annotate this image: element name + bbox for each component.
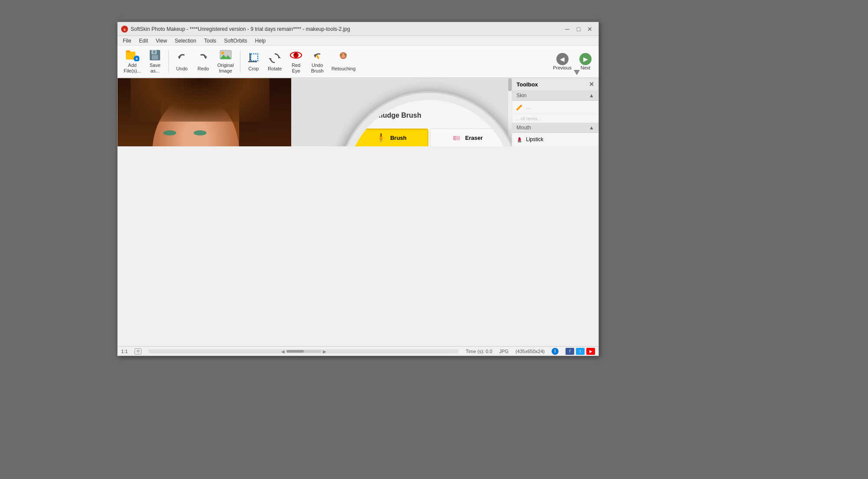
original-image-label: OriginalImage (217, 63, 234, 74)
skin-tool-1[interactable]: ... (512, 101, 598, 114)
twitter-button[interactable]: t (576, 348, 585, 355)
skin-section-header[interactable]: Skin ▲ (512, 91, 598, 101)
file-dimensions: (435x650x24) (516, 349, 545, 354)
rotate-label: Rotate (268, 66, 282, 72)
crop-icon (247, 51, 260, 65)
svg-marker-45 (518, 137, 521, 139)
eye-right (194, 130, 207, 135)
title-bar-controls: ─ □ ✕ (562, 25, 595, 33)
next-arrow-icon: ▶ (579, 53, 592, 65)
close-button[interactable]: ✕ (585, 25, 595, 33)
svg-point-28 (344, 54, 347, 56)
pencil-label-partial: ...cil remo... (512, 114, 598, 123)
title-bar-left: S SoftSkin Photo Makeup - ****Unregister… (121, 26, 350, 33)
red-eye-button[interactable]: RedEye (286, 47, 306, 76)
svg-text:S: S (123, 28, 126, 32)
nav-area: ◀ Previous ▶ Next (549, 46, 598, 78)
svg-rect-46 (518, 141, 521, 142)
add-files-icon: + (125, 49, 139, 62)
lipstick-label: Lipstick (526, 136, 543, 142)
menu-softorbits[interactable]: SoftOrbits (220, 37, 250, 45)
progress-controls: ◀ ▶ (281, 349, 326, 354)
mouth-collapse-icon: ▲ (589, 125, 594, 131)
rotate-button[interactable]: Rotate (265, 47, 285, 76)
add-files-button[interactable]: + AddFile(s)... (121, 47, 144, 76)
time-value: 0.0 (486, 349, 492, 354)
progress-left-btn[interactable]: ◀ (281, 349, 285, 354)
title-bar: S SoftSkin Photo Makeup - ****Unregister… (118, 22, 598, 36)
menu-file[interactable]: File (119, 37, 135, 45)
menu-bar: File Edit View Selection Tools SoftOrbit… (118, 36, 598, 46)
brush-button[interactable]: Brush (355, 129, 428, 146)
info-button[interactable]: i (552, 348, 559, 355)
time-label: Time (s): 0.0 (466, 349, 492, 354)
previous-label: Previous (553, 65, 572, 71)
eraser-label: Eraser (465, 135, 483, 141)
menu-selection[interactable]: Selection (171, 37, 200, 45)
svg-rect-24 (316, 55, 319, 59)
svg-point-22 (294, 53, 296, 55)
undo-brush-label: UndoBrush (311, 63, 324, 74)
save-as-button[interactable]: Saveas... (145, 47, 165, 76)
social-buttons: f t ▶ (566, 348, 595, 355)
mouth-section-label: Mouth (516, 125, 531, 131)
svg-marker-10 (178, 56, 181, 59)
app-icon: S (121, 26, 128, 33)
image-area[interactable]: Smudge Brush Brush (118, 78, 512, 146)
zoom-icons: ⊡ (135, 348, 141, 354)
separator-2 (240, 51, 240, 73)
add-files-label: AddFile(s)... (124, 63, 141, 74)
redo-label: Redo (197, 66, 209, 72)
zoom-fit-icon[interactable]: ⊡ (135, 348, 141, 354)
progress-right-btn[interactable]: ▶ (323, 349, 326, 354)
next-label: Next (581, 65, 591, 71)
next-button[interactable]: ▶ Next (576, 48, 595, 76)
eraser-button[interactable]: Eraser (430, 129, 504, 146)
minimize-button[interactable]: ─ (562, 25, 572, 33)
skin-tool-1-label: ... (526, 104, 530, 110)
menu-view[interactable]: View (152, 37, 171, 45)
retouching-button[interactable]: Retouching (329, 47, 358, 76)
previous-button[interactable]: ◀ Previous (549, 48, 575, 76)
menu-help[interactable]: Help (252, 37, 270, 45)
svg-rect-9 (153, 50, 155, 53)
undo-brush-button[interactable]: UndoBrush (308, 47, 327, 76)
hair-top (131, 78, 270, 122)
pencil-icon (516, 104, 523, 110)
undo-label: Undo (176, 66, 187, 72)
lipstick-tool[interactable]: Lipstick (512, 133, 598, 146)
youtube-button[interactable]: ▶ (586, 348, 595, 355)
original-image-icon (219, 49, 233, 62)
facebook-button[interactable]: f (566, 348, 574, 355)
save-as-label: Saveas... (150, 63, 161, 74)
original-image-button[interactable]: OriginalImage (215, 47, 237, 76)
svg-text:+: + (135, 56, 138, 61)
toolbox-close-button[interactable]: ✕ (589, 81, 594, 88)
lipstick-icon (516, 136, 523, 142)
brush-label: Brush (390, 135, 407, 141)
maximize-button[interactable]: □ (573, 25, 584, 33)
previous-arrow-icon: ◀ (556, 53, 569, 65)
toolbox-scroll[interactable]: Skin ▲ ... ...cil remo... Mo (512, 91, 598, 146)
toolbox-panel: Toolbox ✕ Skin ▲ ... (512, 78, 598, 146)
svg-point-26 (342, 53, 345, 58)
svg-rect-38 (379, 137, 383, 139)
retouching-icon (336, 51, 350, 65)
menu-edit[interactable]: Edit (135, 37, 151, 45)
redo-button[interactable]: Redo (194, 47, 213, 76)
crop-button[interactable]: Crop (244, 47, 263, 76)
svg-marker-35 (360, 113, 363, 118)
photo-canvas[interactable] (118, 78, 291, 146)
mouth-section-header[interactable]: Mouth ▲ (512, 123, 598, 133)
redo-icon (196, 51, 210, 65)
skin-section-label: Skin (516, 92, 526, 99)
smudge-panel: Smudge Brush Brush (347, 100, 512, 146)
undo-button[interactable]: Undo (172, 47, 192, 76)
menu-tools[interactable]: Tools (201, 37, 220, 45)
eraser-icon (451, 132, 462, 143)
red-eye-icon (289, 49, 303, 62)
status-bar: 1:1 ⊡ ◀ ▶ Time (s): 0.0 JPG (435x650x24)… (118, 346, 598, 356)
svg-point-21 (293, 53, 299, 58)
svg-rect-17 (251, 54, 258, 61)
progress-slider[interactable] (286, 350, 321, 353)
